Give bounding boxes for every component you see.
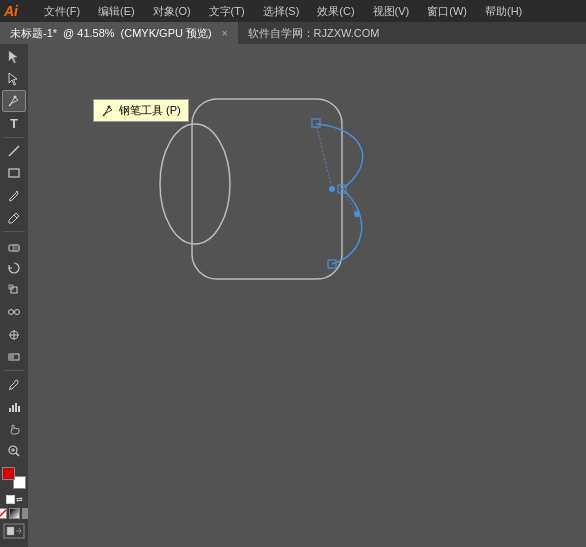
separator-3 bbox=[3, 370, 25, 371]
rectangle-tool[interactable] bbox=[2, 163, 26, 184]
menu-items: 文件(F) 编辑(E) 对象(O) 文字(T) 选择(S) 效果(C) 视图(V… bbox=[40, 2, 526, 21]
pen-tool[interactable] bbox=[2, 90, 26, 111]
handle-line-1 bbox=[316, 123, 332, 189]
handle-line-2 bbox=[342, 189, 357, 214]
svg-rect-30 bbox=[7, 527, 14, 535]
separator-1 bbox=[3, 137, 25, 138]
tab-zoom: @ 41.58% bbox=[63, 27, 115, 39]
svg-line-5 bbox=[14, 215, 17, 218]
default-fill[interactable] bbox=[6, 495, 15, 504]
svg-marker-0 bbox=[9, 51, 17, 63]
fill-stroke-swatches bbox=[2, 467, 26, 489]
menu-text[interactable]: 文字(T) bbox=[205, 2, 249, 21]
svg-line-27 bbox=[4, 469, 13, 478]
pen-tool-tooltip-icon bbox=[101, 104, 115, 118]
svg-point-10 bbox=[9, 310, 14, 315]
scale-tool[interactable] bbox=[2, 280, 26, 301]
graph-tool[interactable] bbox=[2, 397, 26, 418]
tab-mode: (CMYK/GPU 预览) bbox=[121, 26, 212, 41]
eraser-tool[interactable] bbox=[2, 235, 26, 256]
zoom-tool[interactable] bbox=[2, 441, 26, 462]
screen-mode[interactable] bbox=[3, 523, 25, 539]
menu-bar: Ai 文件(F) 编辑(E) 对象(O) 文字(T) 选择(S) 效果(C) 视… bbox=[0, 0, 586, 22]
menu-edit[interactable]: 编辑(E) bbox=[94, 2, 139, 21]
swap-icons: ⇄ bbox=[6, 495, 23, 504]
menu-window[interactable]: 窗口(W) bbox=[423, 2, 471, 21]
svg-point-31 bbox=[108, 105, 111, 108]
svg-line-24 bbox=[16, 453, 19, 456]
menu-file[interactable]: 文件(F) bbox=[40, 2, 84, 21]
line-segment-tool[interactable] bbox=[2, 141, 26, 162]
menu-view[interactable]: 视图(V) bbox=[369, 2, 414, 21]
svg-rect-4 bbox=[9, 169, 19, 177]
svg-line-17 bbox=[9, 389, 10, 390]
swap-icon[interactable]: ⇄ bbox=[16, 495, 23, 504]
svg-rect-18 bbox=[9, 408, 11, 412]
svg-line-3 bbox=[9, 146, 19, 156]
hand-tool[interactable] bbox=[2, 419, 26, 440]
menu-select[interactable]: 选择(S) bbox=[259, 2, 304, 21]
svg-point-11 bbox=[15, 310, 20, 315]
pencil-tool[interactable] bbox=[2, 207, 26, 228]
svg-line-28 bbox=[0, 509, 6, 518]
rotate-tool[interactable] bbox=[2, 258, 26, 279]
svg-marker-1 bbox=[9, 73, 17, 85]
svg-rect-21 bbox=[18, 406, 20, 412]
paintbrush-tool[interactable] bbox=[2, 185, 26, 206]
gradient-tool[interactable] bbox=[2, 346, 26, 367]
fill-swatch[interactable] bbox=[2, 467, 15, 480]
app-logo: Ai bbox=[4, 3, 32, 19]
separator-2 bbox=[3, 231, 25, 232]
eyedropper-tool[interactable] bbox=[2, 374, 26, 395]
svg-point-2 bbox=[14, 95, 17, 98]
blend-tool[interactable] bbox=[2, 302, 26, 323]
mesh-tool[interactable] bbox=[2, 324, 26, 345]
gradient-button[interactable] bbox=[9, 508, 20, 519]
canvas-area: 钢笔工具 (P) bbox=[28, 44, 586, 547]
mug-handle-shape bbox=[160, 124, 230, 244]
active-tab[interactable]: 未标题-1* @ 41.58% (CMYK/GPU 预览) × bbox=[0, 22, 238, 44]
active-path bbox=[317, 124, 363, 264]
svg-rect-20 bbox=[15, 403, 17, 412]
svg-rect-7 bbox=[13, 245, 19, 251]
menu-object[interactable]: 对象(O) bbox=[149, 2, 195, 21]
tooltip: 钢笔工具 (P) bbox=[93, 99, 189, 122]
tab-close-button[interactable]: × bbox=[222, 28, 228, 39]
tab-filename: 未标题-1* bbox=[10, 26, 57, 41]
svg-rect-19 bbox=[12, 405, 14, 412]
direct-selection-tool[interactable] bbox=[2, 68, 26, 89]
menu-help[interactable]: 帮助(H) bbox=[481, 2, 526, 21]
toolbar: T bbox=[0, 44, 28, 547]
no-fill-button[interactable] bbox=[0, 508, 7, 519]
selection-tool[interactable] bbox=[2, 46, 26, 67]
text-tool[interactable]: T bbox=[2, 113, 26, 134]
svg-rect-8 bbox=[11, 287, 17, 293]
main-area: T bbox=[0, 44, 586, 547]
menu-effect[interactable]: 效果(C) bbox=[313, 2, 358, 21]
tab-site-info: 软件自学网：RJZXW.COM bbox=[238, 22, 390, 44]
tooltip-text: 钢笔工具 (P) bbox=[119, 103, 181, 118]
tab-bar: 未标题-1* @ 41.58% (CMYK/GPU 预览) × 软件自学网：RJ… bbox=[0, 22, 586, 44]
svg-rect-16 bbox=[9, 354, 14, 360]
